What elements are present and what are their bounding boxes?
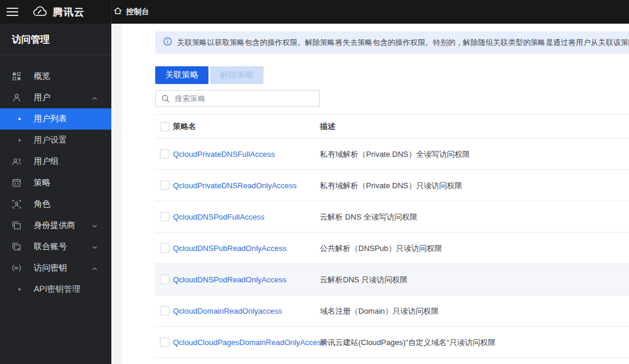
column-header-description: 描述: [320, 121, 629, 132]
sidebar-item-policies[interactable]: 策略: [0, 172, 111, 194]
sidebar-item-label: 策略: [34, 178, 50, 188]
sidebar-item-label: 用户列表: [34, 114, 67, 124]
table-row-highlighted: QcloudDNSPodReadOnlyAccess 云解析DNS 只读访问权限: [155, 264, 629, 295]
brand-name: 腾讯云: [53, 5, 85, 19]
policy-name-link[interactable]: QcloudPrivateDNSFullAccess: [173, 150, 275, 159]
policy-description: 私有域解析（Private DNS）全读写访问权限: [320, 150, 470, 159]
policy-description: 公共解析（DNSPub）只读访问权限: [320, 244, 442, 253]
sidebar-item-user-list[interactable]: 用户列表: [0, 108, 111, 130]
role-icon: [12, 199, 21, 209]
row-checkbox[interactable]: [160, 306, 169, 315]
attach-policy-button[interactable]: 关联策略: [155, 66, 208, 84]
policy-name-link[interactable]: QcloudPrivateDNSReadOnlyAccess: [173, 181, 297, 190]
table-row: QcloudDNSPubReadOnlyAccess 公共解析（DNSPub）只…: [155, 233, 629, 264]
banner-text: 关联策略以获取策略包含的操作权限。解除策略将失去策略包含的操作权限。特别的，解除…: [177, 38, 629, 48]
sidebar-item-label: 访问密钥: [34, 263, 67, 273]
sidebar-item-identity-providers[interactable]: 身份提供商: [0, 215, 111, 236]
chevron-down-icon: [91, 221, 98, 232]
access-key-icon: [12, 263, 21, 273]
chevron-up-icon: [91, 94, 98, 104]
federated-account-icon: [12, 242, 21, 252]
policy-description: 私有域解析（Private DNS）只读访问权限: [320, 181, 463, 190]
user-group-icon: [12, 157, 21, 166]
sidebar-item-api-key-management[interactable]: API密钥管理: [0, 279, 111, 300]
search-icon: [161, 94, 170, 103]
identity-provider-icon: [12, 221, 21, 230]
sidebar-item-user-settings[interactable]: 用户设置: [0, 130, 111, 151]
policy-description: 腾讯云建站(CloudPages)"自定义域名"只读访问权限: [320, 338, 496, 347]
sidebar-title: 访问管理: [0, 24, 111, 54]
console-link[interactable]: 控制台: [113, 6, 149, 18]
sidebar-item-access-keys[interactable]: 访问密钥: [0, 257, 111, 279]
policy-name-link[interactable]: QcloudDomainReadOnlyaccess: [173, 307, 282, 315]
column-header-policy-name: 策略名: [173, 121, 320, 132]
sidebar-item-label: API密钥管理: [34, 284, 81, 295]
console-label: 控制台: [126, 7, 149, 17]
policy-name-link[interactable]: QcloudDNSPodReadOnlyAccess: [173, 275, 286, 284]
sidebar-item-label: 用户设置: [34, 135, 67, 146]
table-row: QcloudCloudPagesDomainReadOnlyAccess 腾讯云…: [155, 327, 629, 358]
row-checkbox[interactable]: [160, 149, 169, 159]
row-checkbox[interactable]: [160, 337, 169, 347]
sidebar: 访问管理 概览 用户: [0, 24, 111, 364]
sidebar-item-roles[interactable]: 角色: [0, 194, 111, 215]
table-row: QcloudDNSPodFullAccess 云解析 DNS 全读写访问权限: [155, 201, 629, 233]
bullet-icon: [18, 118, 21, 120]
row-checkbox[interactable]: [160, 181, 169, 190]
search-box: [155, 90, 320, 107]
sidebar-item-label: 用户组: [34, 156, 59, 167]
sidebar-item-label: 概览: [34, 71, 50, 82]
table-row: QcloudPrivateDNSFullAccess 私有域解析（Private…: [155, 138, 629, 170]
menu-icon[interactable]: [7, 8, 18, 16]
policy-description: 域名注册（Domain）只读访问权限: [320, 307, 439, 315]
sidebar-item-label: 用户: [34, 92, 50, 103]
main-content: 关联策略以获取策略包含的操作权限。解除策略将失去策略包含的操作权限。特别的，解除…: [122, 24, 629, 364]
row-checkbox[interactable]: [160, 243, 169, 253]
policy-name-link[interactable]: QcloudDNSPubReadOnlyAccess: [173, 244, 286, 253]
home-icon: [113, 6, 123, 18]
chevron-up-icon: [91, 264, 98, 275]
cloud-icon: [33, 5, 49, 19]
sidebar-item-federated-accounts[interactable]: 联合账号: [0, 236, 111, 257]
policy-table: 策略名 描述 QcloudPrivateDNSFullAccess 私有域解析（…: [155, 114, 629, 358]
sidebar-item-label: 身份提供商: [34, 220, 75, 231]
table-row: QcloudDomainReadOnlyaccess 域名注册（Domain）只…: [155, 295, 629, 327]
policy-description: 云解析 DNS 全读写访问权限: [320, 212, 418, 221]
sidebar-nav: 概览 用户 用户列表 用户设置: [0, 55, 111, 300]
info-banner: 关联策略以获取策略包含的操作权限。解除策略将失去策略包含的操作权限。特别的，解除…: [155, 31, 629, 54]
policy-name-link[interactable]: QcloudCloudPagesDomainReadOnlyAccess: [173, 338, 325, 347]
overview-grid-icon: [12, 72, 21, 81]
policy-description: 云解析DNS 只读访问权限: [320, 275, 407, 284]
bullet-icon: [18, 139, 21, 141]
topbar: 腾讯云 控制台: [0, 0, 629, 24]
table-header: 策略名 描述: [155, 115, 629, 138]
topbar-divider: [111, 0, 112, 24]
user-icon: [12, 93, 21, 102]
table-row: QcloudPrivateDNSReadOnlyAccess 私有域解析（Pri…: [155, 170, 629, 201]
policy-icon: [12, 178, 21, 188]
chevron-down-icon: [91, 243, 98, 253]
select-all-checkbox[interactable]: [160, 122, 169, 131]
search-input[interactable]: [175, 94, 319, 103]
sidebar-item-user-groups[interactable]: 用户组: [0, 151, 111, 172]
tencent-cloud-logo[interactable]: 腾讯云: [33, 5, 85, 19]
info-icon: [163, 37, 172, 49]
row-checkbox[interactable]: [160, 275, 169, 284]
sidebar-item-overview[interactable]: 概览: [0, 66, 111, 87]
sidebar-item-users[interactable]: 用户: [0, 87, 111, 108]
content-gutter: [111, 24, 122, 364]
sidebar-item-label: 角色: [34, 199, 50, 210]
sidebar-item-label: 联合账号: [34, 241, 67, 252]
row-checkbox[interactable]: [160, 212, 169, 221]
detach-policy-button[interactable]: 解除策略: [210, 66, 264, 84]
policy-name-link[interactable]: QcloudDNSPodFullAccess: [173, 212, 265, 221]
bullet-icon: [18, 288, 21, 291]
